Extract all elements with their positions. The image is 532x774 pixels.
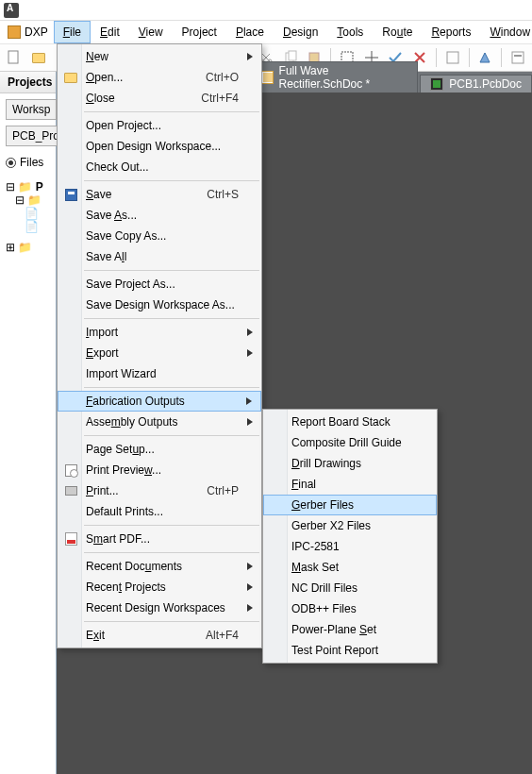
file-new[interactable]: New <box>58 46 261 67</box>
menu-view[interactable]: View <box>129 21 173 43</box>
menu-design[interactable]: Design <box>274 21 327 43</box>
file-open-project[interactable]: Open Project... <box>58 115 261 136</box>
print-icon <box>63 483 78 498</box>
file-recent-projects[interactable]: Recent Projects <box>58 577 261 597</box>
file-save[interactable]: SaveCtrl+S <box>58 184 261 205</box>
file-save-workspace-as[interactable]: Save Design Workspace As... <box>58 294 261 315</box>
svg-rect-0 <box>8 51 18 63</box>
save-icon <box>63 187 78 202</box>
file-import-wizard[interactable]: Import Wizard <box>58 363 261 384</box>
fab-nc-drill-files[interactable]: NC Drill Files <box>263 578 437 598</box>
fabrication-outputs-submenu: Report Board Stack Composite Drill Guide… <box>262 409 438 664</box>
file-default-prints[interactable]: Default Prints... <box>58 501 261 522</box>
fab-final[interactable]: Final <box>263 474 437 495</box>
fab-composite-drill-guide[interactable]: Composite Drill Guide <box>263 432 437 453</box>
file-save-as[interactable]: Save As... <box>58 205 261 226</box>
file-smart-pdf[interactable]: Smart PDF... <box>58 529 261 549</box>
file-fabrication-outputs[interactable]: Fabrication Outputs <box>58 391 261 412</box>
file-assembly-outputs[interactable]: Assembly Outputs <box>58 412 261 432</box>
file-checkout[interactable]: Check Out... <box>58 157 261 177</box>
svg-rect-13 <box>514 55 522 57</box>
dxp-menu[interactable]: DXP <box>2 21 54 43</box>
fab-gerber-files[interactable]: Gerber Files <box>263 495 437 515</box>
toolbar-fit-icon[interactable] <box>442 47 463 68</box>
dxp-label: DXP <box>25 25 48 39</box>
files-radio-label: Files <box>20 156 43 169</box>
file-print-preview[interactable]: Print Preview... <box>58 460 261 480</box>
fab-gerber-x2-files[interactable]: Gerber X2 Files <box>263 515 437 536</box>
menu-place[interactable]: Place <box>226 21 274 43</box>
file-close[interactable]: CloseCtrl+F4 <box>58 88 261 109</box>
tab-pcbdoc[interactable]: PCB1.PcbDoc <box>420 75 532 93</box>
toolbar-browse-icon[interactable] <box>507 47 528 68</box>
print-preview-icon <box>63 463 78 478</box>
svg-rect-8 <box>289 51 296 60</box>
pdf-icon <box>63 531 78 547</box>
file-print[interactable]: Print...Ctrl+P <box>58 480 261 501</box>
workspace-button[interactable]: Worksp <box>6 99 57 120</box>
schematic-doc-icon <box>261 71 274 84</box>
file-export[interactable]: Export <box>58 343 261 363</box>
file-page-setup[interactable]: Page Setup... <box>58 439 261 460</box>
project-tree[interactable]: ⊟ 📁 P ⊟ 📁 📄 📄 ⊞ 📁 <box>6 180 50 254</box>
tab-pcbdoc-label: PCB1.PcbDoc <box>449 77 522 91</box>
projects-panel: Projects Worksp PCB_Pro Files ⊟ 📁 P ⊟ 📁 … <box>0 72 57 774</box>
menubar: DXP File Edit View Project Place Design … <box>0 21 532 43</box>
toolbar-drc-icon[interactable] <box>475 47 496 68</box>
menu-edit[interactable]: Edit <box>91 21 129 43</box>
dxp-icon <box>8 25 21 39</box>
app-icon <box>4 3 19 18</box>
projects-panel-title: Projects <box>0 72 56 93</box>
svg-rect-12 <box>512 52 524 63</box>
fab-drill-drawings[interactable]: Drill Drawings <box>263 453 437 474</box>
file-recent-documents[interactable]: Recent Documents <box>58 556 261 577</box>
menu-project[interactable]: Project <box>173 21 226 43</box>
file-exit[interactable]: ExitAlt+F4 <box>58 625 261 646</box>
file-import[interactable]: Import <box>58 322 261 343</box>
menu-route[interactable]: Route <box>373 21 422 43</box>
menu-reports[interactable]: Reports <box>422 21 480 43</box>
fab-ipc-2581[interactable]: IPC-2581 <box>263 536 437 557</box>
file-save-project-as[interactable]: Save Project As... <box>58 274 261 294</box>
file-save-copy-as[interactable]: Save Copy As... <box>58 226 261 246</box>
menu-tools[interactable]: Tools <box>327 21 373 43</box>
fab-report-board-stack[interactable]: Report Board Stack <box>263 412 437 432</box>
fab-power-plane-set[interactable]: Power-Plane Set <box>263 619 437 640</box>
pcb-doc-icon <box>430 77 443 91</box>
fab-mask-set[interactable]: Mask Set <box>263 557 437 578</box>
file-save-all[interactable]: Save All <box>58 246 261 267</box>
menu-window[interactable]: Window <box>480 21 532 43</box>
fab-test-point-report[interactable]: Test Point Report <box>263 640 437 661</box>
folder-open-icon <box>63 70 78 85</box>
fab-odb-files[interactable]: ODB++ Files <box>263 598 437 619</box>
tab-schdoc-label: Full Wave Rectifier.SchDoc * <box>279 64 408 91</box>
file-open[interactable]: Open...Ctrl+O <box>58 67 261 88</box>
svg-rect-11 <box>447 52 458 63</box>
toolbar-open-icon[interactable] <box>28 47 49 68</box>
file-recent-workspaces[interactable]: Recent Design Workspaces <box>58 597 261 618</box>
menu-file[interactable]: File <box>54 21 91 43</box>
titlebar <box>0 0 532 21</box>
files-radio[interactable]: Files <box>6 156 50 169</box>
file-open-workspace[interactable]: Open Design Workspace... <box>58 136 261 157</box>
tab-schdoc[interactable]: Full Wave Rectifier.SchDoc * <box>251 61 418 93</box>
toolbar-new-icon[interactable] <box>4 47 25 68</box>
file-menu: New Open...Ctrl+O CloseCtrl+F4 Open Proj… <box>57 43 262 648</box>
